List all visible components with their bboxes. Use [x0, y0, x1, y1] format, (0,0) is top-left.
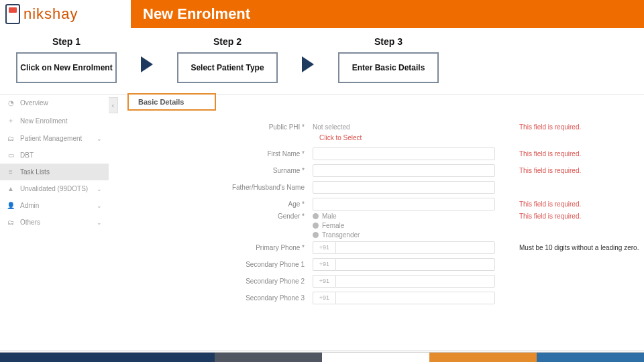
label-phone4: Secondary Phone 3 [118, 294, 313, 302]
label-gender: Gender * [118, 213, 313, 220]
sidebar-icon: ＋ [7, 116, 15, 125]
sidebar-label: Task Lists [20, 168, 50, 176]
radio-transgender[interactable]: Transgender [313, 231, 500, 239]
label-surname: Surname * [118, 167, 313, 174]
error-firstname: This field is required. [500, 150, 644, 158]
row-gender: Gender * Male Female Transgender This fi… [118, 213, 644, 239]
sidebar-label: DBT [20, 152, 34, 159]
label-age: Age * [118, 200, 313, 208]
sidebar-label: Patient Management [20, 135, 82, 142]
page-title: New Enrolment [131, 5, 250, 23]
logo-icon [5, 4, 20, 24]
input-father[interactable] [313, 181, 495, 194]
main-panel: Basic Details Public PHI * Not selected … [118, 95, 644, 231]
footer-stripe [0, 353, 644, 362]
sidebar-icon: 👤 [7, 202, 15, 209]
sidebar-item[interactable]: 🗂Others⌄ [0, 214, 109, 231]
sidebar-item[interactable]: ≡Task Lists [0, 164, 109, 180]
label-phone3: Secondary Phone 2 [118, 278, 313, 285]
step-2: Step 2Select Patient Type [177, 36, 278, 83]
sidebar-icon: ◔ [7, 99, 15, 107]
input-firstname[interactable] [313, 147, 495, 160]
error-phi: This field is required. [500, 123, 644, 131]
error-age: This field is required. [500, 200, 644, 208]
sidebar-item[interactable]: ▲Unvalidated (99DOTS)⌄ [0, 180, 109, 197]
error-phone1: Must be 10 digits without a leading zero… [500, 244, 644, 251]
value-phi[interactable]: Not selected [313, 123, 500, 131]
sidebar-icon: 🗂 [7, 135, 15, 142]
error-surname: This field is required. [500, 167, 644, 174]
error-gender: This field is required. [500, 213, 644, 220]
row-phone-2: Secondary Phone 1 +91 [118, 256, 644, 272]
input-surname[interactable] [313, 164, 495, 177]
country-code: +91 [313, 241, 335, 254]
chevron-down-icon: ⌄ [97, 219, 102, 226]
step-box: Click on New Enrolment [16, 52, 117, 83]
step-box: Enter Basic Details [338, 52, 439, 83]
form: Public PHI * Not selected This field is … [118, 119, 644, 306]
sidebar-label: Others [20, 219, 40, 226]
steps-row: Step 1Click on New EnrolmentStep 2Select… [0, 28, 644, 94]
sidebar-label: New Enrollment [20, 117, 68, 125]
arrow-icon [302, 56, 314, 72]
input-age[interactable] [313, 198, 495, 210]
step-1: Step 1Click on New Enrolment [16, 36, 117, 83]
row-phone-4: Secondary Phone 3 +91 [118, 290, 644, 306]
radio-female[interactable]: Female [313, 222, 500, 229]
sidebar-label: Unvalidated (99DOTS) [20, 185, 88, 192]
input-phone2[interactable] [335, 258, 495, 271]
sidebar-item[interactable]: ◔Overview [0, 95, 109, 111]
label-father: Father/Husband's Name [118, 184, 313, 191]
label-phone1: Primary Phone * [118, 244, 313, 251]
row-surname: Surname * This field is required. [118, 162, 644, 178]
tab-basic-details[interactable]: Basic Details [127, 93, 216, 111]
label-firstname: First Name * [118, 150, 313, 158]
row-phi: Public PHI * Not selected This field is … [118, 119, 644, 135]
chevron-down-icon: ⌄ [97, 202, 102, 209]
sidebar-collapse[interactable]: ‹ [109, 97, 118, 113]
step-label: Step 1 [16, 36, 117, 47]
sidebar-item[interactable]: ▭DBT [0, 147, 109, 164]
step-label: Step 2 [177, 36, 278, 47]
step-label: Step 3 [338, 36, 439, 47]
chevron-down-icon: ⌄ [97, 186, 102, 192]
click-to-select[interactable]: Click to Select [118, 134, 644, 141]
sidebar: ◔Overview＋New Enrollment🗂Patient Managem… [0, 95, 109, 231]
row-firstname: First Name * This field is required. [118, 145, 644, 162]
label-phone2: Secondary Phone 1 [118, 261, 313, 268]
step-3: Step 3Enter Basic Details [338, 36, 439, 83]
row-phone-3: Secondary Phone 2 +91 [118, 273, 644, 289]
row-father: Father/Husband's Name [118, 179, 644, 195]
sidebar-icon: ▲ [7, 185, 15, 192]
radio-male[interactable]: Male [313, 213, 500, 220]
row-age: Age * This field is required. [118, 196, 644, 212]
sidebar-icon: ≡ [7, 168, 15, 176]
arrow-icon [141, 56, 153, 72]
row-phone-primary: Primary Phone * +91 Must be 10 digits wi… [118, 239, 644, 255]
sidebar-item[interactable]: 🗂Patient Management⌄ [0, 130, 109, 147]
logo: nikshay [0, 0, 131, 28]
step-box: Select Patient Type [177, 52, 278, 83]
sidebar-item[interactable]: 👤Admin⌄ [0, 197, 109, 214]
header: nikshay New Enrolment [0, 0, 644, 28]
label-phi: Public PHI * [118, 123, 313, 131]
sidebar-icon: ▭ [7, 152, 15, 159]
sidebar-icon: 🗂 [7, 219, 15, 226]
sidebar-label: Admin [20, 202, 39, 209]
input-phone3[interactable] [335, 275, 495, 288]
chevron-down-icon: ⌄ [97, 135, 102, 142]
sidebar-label: Overview [20, 99, 48, 107]
logo-text: nikshay [23, 5, 78, 23]
input-phone1[interactable] [335, 241, 495, 254]
input-phone4[interactable] [335, 292, 495, 304]
app-row: ◔Overview＋New Enrollment🗂Patient Managem… [0, 94, 644, 231]
sidebar-item[interactable]: ＋New Enrollment [0, 111, 109, 130]
